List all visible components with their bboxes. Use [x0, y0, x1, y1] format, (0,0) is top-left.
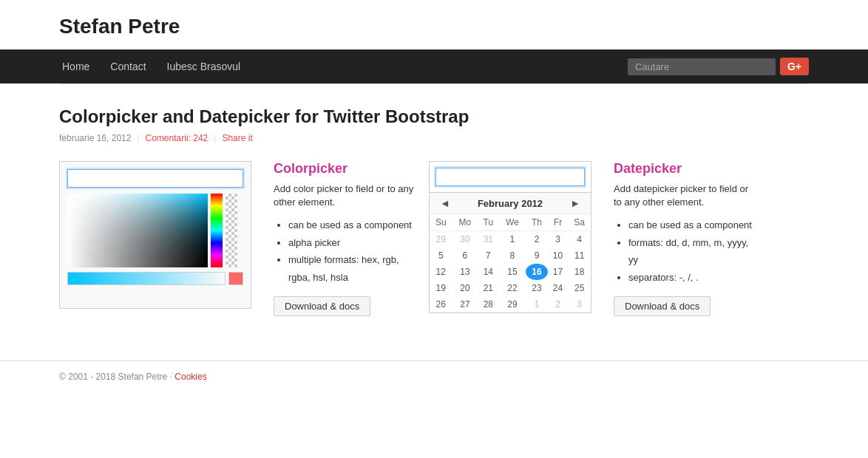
cal-day-header: We [498, 214, 526, 231]
colorpicker-demo: rgba(0,194,255,0.78) [59, 161, 251, 309]
cal-row: 19202122232425 [430, 280, 591, 296]
cal-day[interactable]: 11 [568, 247, 591, 264]
colorpicker-features: can be used as a component alpha picker … [274, 216, 414, 286]
cal-day-header: Tu [478, 214, 498, 231]
cal-day[interactable]: 20 [452, 280, 478, 296]
article-date: februarie 16, 2012 [59, 133, 131, 143]
cal-day[interactable]: 28 [478, 296, 498, 312]
cal-day[interactable]: 30 [452, 231, 478, 248]
cal-day[interactable]: 29 [498, 296, 526, 312]
cal-day[interactable]: 13 [452, 264, 478, 280]
cal-day[interactable]: 2 [526, 231, 547, 248]
cal-day[interactable]: 18 [568, 264, 591, 280]
footer-copyright: © 2001 - 2018 Stefan Petre · [59, 372, 172, 382]
footer-cookies[interactable]: Cookies [174, 372, 206, 382]
cal-day-header: Su [430, 214, 452, 231]
article: Colorpicker and Datepicker for Twitter B… [0, 84, 868, 346]
cal-day[interactable]: 27 [452, 296, 478, 312]
cal-day[interactable]: 4 [568, 231, 591, 248]
gplus-button[interactable]: G+ [780, 58, 809, 75]
cal-day[interactable]: 7 [478, 247, 498, 264]
cp-feature-2: alpha picker [288, 234, 414, 251]
cal-header: ◄ February 2012 ► [430, 193, 591, 214]
datepicker-demo: 02/16/12 ◄ February 2012 ► SuMoTuWeThFrS… [429, 161, 591, 313]
article-share[interactable]: Share it [222, 133, 252, 143]
cal-day[interactable]: 1 [498, 231, 526, 248]
widgets-row: rgba(0,194,255,0.78) Colorpicker Add col… [59, 161, 809, 316]
cal-row: 12131415161718 [430, 264, 591, 280]
datepicker-download-button[interactable]: Download & docs [614, 296, 711, 316]
article-meta: februarie 16, 2012 | Comentarii: 242 | S… [59, 133, 809, 143]
cal-body: 2930311234567891011121314151617181920212… [430, 231, 591, 313]
cal-day[interactable]: 8 [498, 247, 526, 264]
cal-day[interactable]: 9 [526, 247, 547, 264]
meta-sep-2: | [214, 133, 216, 143]
colorpicker-input[interactable]: rgba(0,194,255,0.78) [67, 169, 243, 188]
colorpicker-heading: Colorpicker [274, 161, 414, 177]
cal-day[interactable]: 17 [548, 264, 569, 280]
article-title: Colorpicker and Datepicker for Twitter B… [59, 106, 809, 127]
cal-day[interactable]: 14 [478, 264, 498, 280]
article-comments[interactable]: Comentarii: 242 [146, 133, 208, 143]
cal-row: 567891011 [430, 247, 591, 264]
navbar-search: G+ [628, 58, 809, 75]
cal-month-year: February 2012 [478, 198, 543, 209]
cp-bottom-bar [67, 272, 243, 285]
dp-feature-1: can be used as a component [628, 216, 754, 233]
nav-iubesc[interactable]: Iubesc Brasovul [164, 50, 244, 83]
datepicker-description: Add datepicker picker to field or to any… [614, 182, 754, 209]
cal-day[interactable]: 21 [478, 280, 498, 296]
site-title: Stefan Petre [0, 0, 868, 49]
cal-header-row: SuMoTuWeThFrSa [430, 214, 591, 231]
cal-day[interactable]: 1 [526, 296, 547, 312]
cal-day[interactable]: 31 [478, 231, 498, 248]
cal-day[interactable]: 3 [548, 231, 569, 248]
cal-day[interactable]: 15 [498, 264, 526, 280]
cal-day[interactable]: 23 [526, 280, 547, 296]
cal-day-header: Th [526, 214, 547, 231]
dp-feature-2: formats: dd, d, mm, m, yyyy, yy [628, 234, 754, 269]
cal-day-header: Sa [568, 214, 591, 231]
cal-day[interactable]: 2 [548, 296, 569, 312]
cal-day[interactable]: 25 [568, 280, 591, 296]
colorpicker-description: Add color picker to field or to any othe… [274, 182, 414, 209]
colorpicker-info: Colorpicker Add color picker to field or… [266, 161, 414, 316]
hue-slider[interactable] [211, 194, 223, 267]
colorpicker-download-button[interactable]: Download & docs [274, 296, 370, 316]
cal-day[interactable]: 10 [548, 247, 569, 264]
cal-day[interactable]: 26 [430, 296, 452, 312]
datepicker-features: can be used as a component formats: dd, … [614, 216, 754, 286]
cal-day[interactable]: 29 [430, 231, 452, 248]
cal-day[interactable]: 12 [430, 264, 452, 280]
color-swatch[interactable] [228, 272, 243, 285]
alpha-slider[interactable] [226, 194, 237, 267]
cal-day[interactable]: 6 [452, 247, 478, 264]
footer: © 2001 - 2018 Stefan Petre · Cookies [0, 360, 868, 392]
cal-day[interactable]: 24 [548, 280, 569, 296]
cal-day[interactable]: 3 [568, 296, 591, 312]
search-input[interactable] [628, 58, 776, 75]
cal-day-header: Mo [452, 214, 478, 231]
colorpicker-picker [67, 194, 243, 267]
cal-row: 2930311234 [430, 231, 591, 248]
color-gradient[interactable] [67, 194, 208, 267]
cal-day-header: Fr [548, 214, 569, 231]
cal-day[interactable]: 19 [430, 280, 452, 296]
cal-next-button[interactable]: ► [567, 197, 583, 209]
cal-day[interactable]: 16 [526, 264, 547, 280]
nav-home[interactable]: Home [59, 50, 92, 83]
cal-prev-button[interactable]: ◄ [437, 197, 453, 209]
nav-contact[interactable]: Contact [107, 50, 149, 83]
cal-day[interactable]: 22 [498, 280, 526, 296]
color-strip [67, 272, 226, 285]
cal-grid: SuMoTuWeThFrSa 2930311234567891011121314… [430, 214, 591, 312]
cal-input-row: 02/16/12 [430, 162, 591, 193]
cal-row: 26272829123 [430, 296, 591, 312]
datepicker-input[interactable]: 02/16/12 [435, 168, 585, 186]
cp-feature-1: can be used as a component [288, 216, 414, 233]
datepicker-info: Datepicker Add datepicker picker to fiel… [606, 161, 754, 316]
navbar-links: Home Contact Iubesc Brasovul [59, 50, 628, 83]
cal-day[interactable]: 5 [430, 247, 452, 264]
cp-feature-3: multiple formats: hex, rgb, rgba, hsl, h… [288, 251, 414, 286]
datepicker-heading: Datepicker [614, 161, 754, 177]
